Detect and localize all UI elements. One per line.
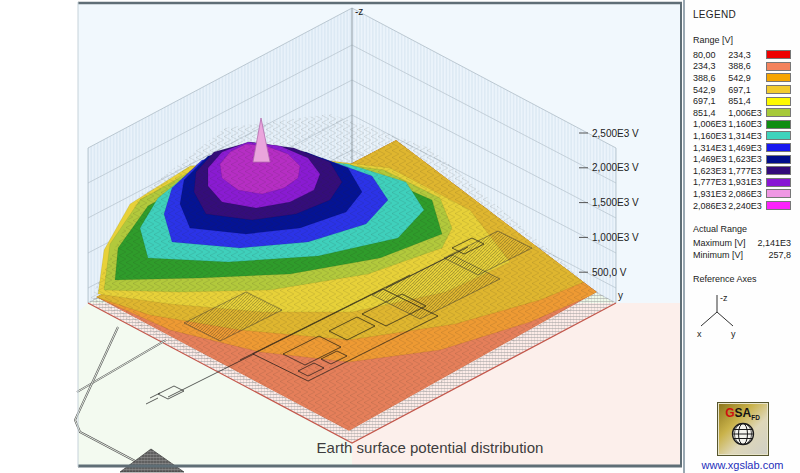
maximum-row: Maximum [V] 2,141E3	[685, 237, 800, 249]
website-link[interactable]: www.xgslab.com	[685, 459, 800, 471]
color-swatch	[766, 143, 791, 152]
gsa-logo: GSAFD	[717, 402, 769, 456]
color-swatch	[766, 131, 791, 140]
z-tick-label: 500,0 V	[592, 267, 627, 278]
z-tick-label: 2,000E3 V	[592, 162, 639, 173]
surface-plot: -z y 2,500E3 V2,000E3 V1,500E3 V1,000E3 …	[0, 0, 800, 473]
color-swatch	[766, 50, 791, 59]
gsa-logo-text: GSAFD	[718, 406, 768, 421]
range-to: 1,160E3	[728, 119, 766, 129]
range-to: 697,1	[728, 85, 766, 95]
legend-row: 1,469E31,623E3	[685, 153, 800, 165]
legend-panel: LEGEND Range [V] 80,00234,3234,3388,6388…	[683, 0, 800, 473]
color-swatch	[766, 97, 791, 106]
range-from: 697,1	[693, 96, 728, 106]
z-tick-label: 1,500E3 V	[592, 197, 639, 208]
color-swatch	[766, 62, 791, 71]
z-tick-label: 1,000E3 V	[592, 232, 639, 243]
color-swatch	[766, 178, 791, 187]
minimum-label: Minimum [V]	[693, 250, 743, 260]
legend-row: 1,314E31,469E3	[685, 142, 800, 154]
legend-range-table: 80,00234,3234,3388,6388,6542,9542,9697,1…	[685, 49, 800, 211]
legend-row: 1,931E32,086E3	[685, 188, 800, 200]
z-tick-label: 2,500E3 V	[592, 128, 639, 139]
branding: GSAFD www.xgslab.com	[685, 402, 800, 471]
range-to: 2,086E3	[728, 189, 766, 199]
color-swatch	[766, 108, 791, 117]
ref-axis-z-label: -z	[720, 293, 728, 303]
legend-row: 388,6542,9	[685, 72, 800, 84]
legend-row: 2,086E32,240E3	[685, 200, 800, 212]
actual-range-label: Actual Range	[693, 224, 800, 234]
range-to: 1,623E3	[728, 154, 766, 164]
minimum-row: Minimum [V] 257,8	[685, 249, 800, 261]
color-swatch	[766, 189, 791, 198]
range-from: 80,00	[693, 50, 728, 60]
color-swatch	[766, 120, 791, 129]
range-to: 1,777E3	[728, 166, 766, 176]
range-to: 851,4	[728, 96, 766, 106]
legend-row: 1,623E31,777E3	[685, 165, 800, 177]
legend-row: 1,006E31,160E3	[685, 119, 800, 131]
color-swatch	[766, 85, 791, 94]
maximum-label: Maximum [V]	[693, 238, 746, 248]
range-to: 1,006E3	[728, 108, 766, 118]
range-from: 1,623E3	[693, 166, 728, 176]
color-swatch	[766, 166, 791, 175]
color-swatch	[766, 155, 791, 164]
globe-icon	[730, 421, 756, 447]
legend-row: 80,00234,3	[685, 49, 800, 61]
range-from: 234,3	[693, 61, 728, 71]
legend-row: 542,9697,1	[685, 84, 800, 96]
range-to: 388,6	[728, 61, 766, 71]
range-to: 1,314E3	[728, 131, 766, 141]
minimum-value: 257,8	[768, 250, 791, 260]
maximum-value: 2,141E3	[757, 238, 791, 248]
ref-axis-x-label: x	[697, 329, 702, 339]
range-from: 1,777E3	[693, 177, 728, 187]
range-to: 542,9	[728, 73, 766, 83]
legend-range-label: Range [V]	[693, 35, 800, 45]
range-from: 542,9	[693, 85, 728, 95]
range-from: 1,314E3	[693, 143, 728, 153]
ref-axis-y-label: y	[731, 329, 736, 339]
range-from: 851,4	[693, 108, 728, 118]
range-to: 234,3	[728, 50, 766, 60]
range-from: 1,006E3	[693, 119, 728, 129]
legend-row: 851,41,006E3	[685, 107, 800, 119]
range-from: 1,469E3	[693, 154, 728, 164]
reference-axes-icon: -z x y	[691, 288, 755, 340]
application-window: -z y 2,500E3 V2,000E3 V1,500E3 V1,000E3 …	[0, 0, 800, 473]
legend-row: 697,1851,4	[685, 95, 800, 107]
color-swatch	[766, 201, 791, 210]
range-from: 1,931E3	[693, 189, 728, 199]
plot-title: Earth surface potential distribution	[317, 439, 544, 456]
range-to: 2,240E3	[728, 201, 766, 211]
legend-title: LEGEND	[693, 9, 800, 20]
legend-row: 1,160E31,314E3	[685, 130, 800, 142]
reference-axes-label: Reference Axes	[693, 274, 800, 284]
color-swatch	[766, 73, 791, 82]
range-to: 1,469E3	[728, 143, 766, 153]
range-to: 1,931E3	[728, 177, 766, 187]
range-from: 2,086E3	[693, 201, 728, 211]
axis-label-z: -z	[355, 6, 363, 17]
legend-row: 234,3388,6	[685, 61, 800, 73]
range-from: 388,6	[693, 73, 728, 83]
axis-label-y: y	[618, 290, 623, 301]
legend-row: 1,777E31,931E3	[685, 177, 800, 189]
range-from: 1,160E3	[693, 131, 728, 141]
